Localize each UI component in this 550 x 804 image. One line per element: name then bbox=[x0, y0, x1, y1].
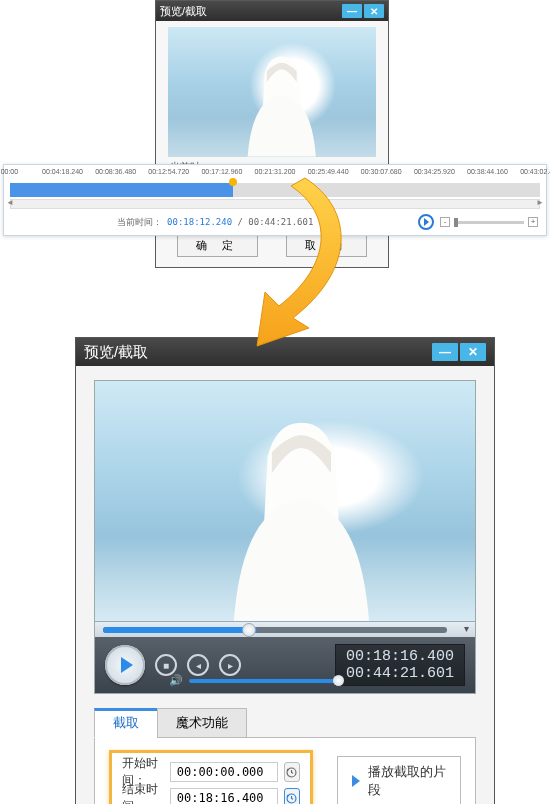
seek-bar[interactable]: ▾ bbox=[95, 621, 475, 637]
play-icon bbox=[352, 775, 360, 787]
timeline-fill bbox=[10, 183, 233, 197]
titlebar[interactable]: 预览/截取 — ✕ bbox=[156, 1, 388, 21]
end-time-input[interactable]: 00:18:16.400 bbox=[170, 788, 278, 804]
close-button[interactable]: ✕ bbox=[364, 4, 384, 18]
volume-control: 🔊 bbox=[169, 674, 339, 687]
end-time-label: 结束时间： bbox=[122, 781, 164, 804]
play-segment-button[interactable]: 播放截取的片段 bbox=[337, 756, 461, 804]
close-button[interactable]: ✕ bbox=[460, 343, 486, 361]
timeline-tick: 00:34:25.920 bbox=[414, 168, 455, 175]
volume-thumb[interactable] bbox=[333, 675, 344, 686]
zoom-in-button[interactable]: + bbox=[528, 217, 538, 227]
timeline-play-button[interactable] bbox=[418, 214, 434, 230]
volume-slider[interactable] bbox=[189, 679, 339, 683]
timeline-zoom: - + bbox=[440, 217, 538, 227]
ok-button[interactable]: 确 定 bbox=[177, 234, 258, 257]
zoom-out-button[interactable]: - bbox=[440, 217, 450, 227]
video-preview bbox=[95, 381, 475, 621]
cancel-button[interactable]: 取 消 bbox=[286, 234, 367, 257]
clock-reset-icon bbox=[285, 792, 298, 805]
timeline-position: 当前时间： 00:18:12.240 / 00:44:21.601 bbox=[12, 216, 418, 229]
timeline-tick: 00:21:31.200 bbox=[255, 168, 296, 175]
timeline-tick: 00:30:07.680 bbox=[361, 168, 402, 175]
start-time-input[interactable]: 00:00:00.000 bbox=[170, 762, 278, 782]
timeline-scrollbar[interactable] bbox=[10, 199, 540, 209]
timeline-track[interactable] bbox=[10, 183, 540, 197]
video-preview bbox=[168, 27, 376, 157]
timeline-ticks: 00:0000:04:18.24000:08:36.48000:12:54.72… bbox=[4, 165, 546, 183]
play-icon bbox=[424, 218, 429, 226]
tab-body: 开始时间： 00:00:00.000 结束时间： 00:18:16.400 播放… bbox=[94, 737, 476, 804]
timeline-tick: 00:12:54.720 bbox=[148, 168, 189, 175]
timeline-tick: 00:04:18.240 bbox=[42, 168, 83, 175]
timeline-current-label: 当前时间： bbox=[117, 217, 162, 227]
tab-magic[interactable]: 魔术功能 bbox=[157, 708, 247, 738]
minimize-button[interactable]: — bbox=[342, 4, 362, 18]
seek-knob[interactable] bbox=[242, 623, 256, 637]
set-end-button[interactable] bbox=[284, 788, 300, 804]
play-segment-label: 播放截取的片段 bbox=[368, 763, 446, 799]
preview-dialog-large: 预览/截取 — ✕ ▾ ■ ◂ ▸ 00:18:16.400 00:44:21.… bbox=[75, 337, 495, 804]
time-total: 00:44:21.601 bbox=[346, 665, 454, 682]
timeline-current-value: 00:18:12.240 bbox=[167, 217, 232, 227]
time-current: 00:18:16.400 bbox=[346, 648, 454, 665]
time-display: 00:18:16.400 00:44:21.601 bbox=[335, 644, 465, 686]
seek-fill bbox=[103, 627, 257, 633]
timeline-tick: 00:00 bbox=[1, 168, 19, 175]
step-back-button[interactable]: ◂ bbox=[187, 654, 209, 676]
timeline-total-value: 00:44:21.601 bbox=[248, 217, 313, 227]
timeline-playhead[interactable] bbox=[229, 178, 237, 186]
tab-cut[interactable]: 截取 bbox=[94, 708, 158, 738]
timeline-tick: 00:08:36.480 bbox=[95, 168, 136, 175]
clock-reset-icon bbox=[285, 766, 298, 779]
titlebar[interactable]: 预览/截取 — ✕ bbox=[76, 338, 494, 366]
minimize-button[interactable]: — bbox=[432, 343, 458, 361]
timeline-tick: 00:17:12.960 bbox=[201, 168, 242, 175]
speaker-icon[interactable]: 🔊 bbox=[169, 674, 183, 687]
play-icon bbox=[121, 657, 133, 673]
player-controls: ■ ◂ ▸ 00:18:16.400 00:44:21.601 🔊 bbox=[95, 637, 475, 693]
tabs: 截取 魔术功能 bbox=[94, 708, 476, 738]
video-area: ▾ ■ ◂ ▸ 00:18:16.400 00:44:21.601 🔊 bbox=[94, 380, 476, 694]
set-start-button[interactable] bbox=[284, 762, 300, 782]
chevron-down-icon[interactable]: ▾ bbox=[464, 623, 469, 634]
timeline-tick: 00:43:02.400 bbox=[520, 168, 550, 175]
timeline-tick: 00:38:44.160 bbox=[467, 168, 508, 175]
time-inputs-highlight: 开始时间： 00:00:00.000 结束时间： 00:18:16.400 bbox=[109, 750, 313, 804]
title: 预览/截取 bbox=[84, 343, 148, 362]
timeline-panel: 00:0000:04:18.24000:08:36.48000:12:54.72… bbox=[3, 164, 547, 236]
zoom-slider[interactable] bbox=[454, 221, 524, 224]
play-button[interactable] bbox=[105, 645, 145, 685]
step-forward-button[interactable]: ▸ bbox=[219, 654, 241, 676]
stop-button[interactable]: ■ bbox=[155, 654, 177, 676]
title: 预览/截取 bbox=[160, 4, 207, 19]
timeline-tick: 00:25:49.440 bbox=[308, 168, 349, 175]
